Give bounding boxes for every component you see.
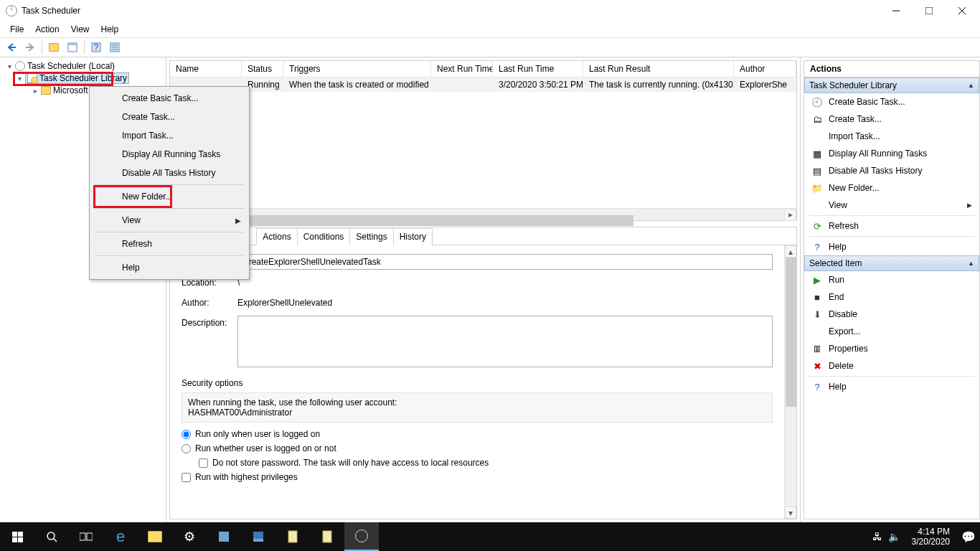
- menu-view[interactable]: View: [65, 23, 95, 36]
- taskbar-app-2[interactable]: [241, 522, 275, 551]
- ap-help-2[interactable]: ?Help: [804, 378, 979, 395]
- cm-disable-history[interactable]: Disable All Tasks History: [115, 164, 247, 182]
- tab-settings[interactable]: Settings: [349, 228, 393, 245]
- col-next-run[interactable]: Next Run Time: [431, 61, 493, 77]
- cm-view[interactable]: View ▶: [115, 211, 247, 230]
- ap-end[interactable]: ■End: [804, 288, 979, 306]
- cm-help[interactable]: Help: [115, 258, 247, 277]
- taskbar-app-4[interactable]: [310, 522, 344, 551]
- tree-root[interactable]: ▾ Task Scheduler (Local): [0, 60, 166, 72]
- minimize-button[interactable]: [880, 0, 913, 22]
- ap-help[interactable]: ?Help: [804, 238, 979, 255]
- task-description-input[interactable]: [237, 316, 773, 367]
- cm-create-task[interactable]: Create Task...: [115, 108, 247, 126]
- col-triggers[interactable]: Triggers: [283, 61, 431, 77]
- cell-triggers: When the task is created or modified: [283, 77, 431, 92]
- actions-pane-title: Actions: [804, 60, 980, 77]
- taskbar-explorer[interactable]: [138, 522, 172, 551]
- radio-logged-on[interactable]: Run only when user is logged on: [182, 427, 773, 441]
- ap-run[interactable]: ▶Run: [804, 271, 979, 288]
- ap-view[interactable]: View▶: [804, 197, 979, 214]
- ap-display-running[interactable]: ▦Display All Running Tasks: [804, 145, 979, 162]
- svg-point-14: [47, 532, 55, 540]
- workspace: ▾ Task Scheduler (Local) ▾ Task Schedule…: [0, 57, 980, 522]
- check-no-password[interactable]: Do not store password. The task will onl…: [199, 456, 773, 470]
- ap-disable-history[interactable]: ▤Disable All Tasks History: [804, 162, 979, 179]
- col-name[interactable]: Name: [170, 61, 242, 77]
- radio-whether-logged[interactable]: Run whether user is logged on or not: [182, 441, 773, 456]
- toolbar-folder-button[interactable]: [45, 39, 62, 55]
- scheduler-icon: [15, 61, 25, 71]
- ap-delete[interactable]: ✖Delete: [804, 357, 979, 375]
- menu-help[interactable]: Help: [95, 23, 125, 36]
- list-header: Name Status Triggers Next Run Time Last …: [170, 61, 796, 77]
- vertical-scrollbar[interactable]: ▴ ▾: [784, 245, 796, 519]
- scroll-up-icon[interactable]: ▴: [785, 245, 796, 258]
- col-author[interactable]: Author: [734, 61, 796, 77]
- scroll-right-icon[interactable]: ▸: [784, 209, 796, 221]
- check-no-password-input[interactable]: [199, 458, 208, 468]
- folder-icon: [148, 531, 162, 542]
- ap-create-basic-task[interactable]: 🕘Create Basic Task...: [804, 93, 979, 110]
- tray-volume-icon[interactable]: 🔈: [888, 531, 900, 542]
- menu-action[interactable]: Action: [29, 23, 65, 36]
- actions-section-library[interactable]: Task Scheduler Library ▲: [804, 77, 979, 93]
- col-last-run[interactable]: Last Run Time: [493, 61, 583, 77]
- ap-export[interactable]: Export...: [804, 323, 979, 340]
- taskbar-settings[interactable]: ⚙: [172, 522, 207, 551]
- tab-history[interactable]: History: [393, 228, 433, 245]
- cm-import-task[interactable]: Import Task...: [115, 126, 247, 145]
- maximize-button[interactable]: [913, 0, 946, 22]
- collapse-icon[interactable]: ▾: [6, 62, 13, 70]
- taskbar-app-1[interactable]: [207, 522, 241, 551]
- history-icon: ▤: [811, 165, 823, 176]
- back-button[interactable]: [3, 39, 20, 55]
- ap-create-task[interactable]: 🗂Create Task...: [804, 110, 979, 128]
- ap-properties[interactable]: 🗏Properties: [804, 340, 979, 357]
- ap-import-task[interactable]: Import Task...: [804, 128, 979, 145]
- cm-create-basic-task[interactable]: Create Basic Task...: [115, 89, 247, 108]
- ap-new-folder[interactable]: 📁New Folder...: [804, 179, 979, 197]
- ap-refresh[interactable]: ⟳Refresh: [804, 217, 979, 235]
- toolbar-panel-button[interactable]: [64, 39, 81, 55]
- collapse-icon[interactable]: ▾: [16, 75, 23, 83]
- tab-conditions[interactable]: Conditions: [297, 228, 351, 245]
- actions-section-selected[interactable]: Selected Item ▲: [804, 255, 979, 271]
- radio-whether-logged-input[interactable]: [182, 444, 191, 453]
- check-highest-priv-input[interactable]: [182, 473, 191, 482]
- start-button[interactable]: [0, 522, 34, 551]
- task-view-button[interactable]: [69, 522, 103, 551]
- tree-library[interactable]: ▾ Task Scheduler Library: [0, 72, 166, 85]
- table-row[interactable]: Running When the task is created or modi…: [170, 77, 796, 92]
- col-last-result[interactable]: Last Run Result: [583, 61, 734, 77]
- taskbar-clock[interactable]: 4:14 PM 3/20/2020: [906, 527, 956, 547]
- cm-refresh[interactable]: Refresh: [115, 235, 247, 253]
- close-button[interactable]: [946, 0, 979, 22]
- task-name-input[interactable]: [237, 254, 773, 270]
- taskbar-app-3[interactable]: [275, 522, 310, 551]
- toolbar-help-button[interactable]: ?: [88, 39, 105, 55]
- delete-icon: ✖: [811, 360, 823, 372]
- forward-button[interactable]: [22, 39, 39, 55]
- tray-notifications-icon[interactable]: 💬: [961, 530, 976, 544]
- scroll-down-icon[interactable]: ▾: [785, 507, 796, 519]
- cm-new-folder[interactable]: New Folder...: [115, 187, 247, 206]
- scrollbar-thumb[interactable]: [786, 258, 796, 407]
- cm-display-running[interactable]: Display All Running Tasks: [115, 145, 247, 164]
- search-button[interactable]: [34, 522, 69, 551]
- tab-actions[interactable]: Actions: [256, 228, 297, 245]
- taskbar-task-scheduler[interactable]: [344, 522, 379, 551]
- tree-library-label: Task Scheduler Library: [39, 73, 127, 83]
- windows-icon: [12, 532, 23, 542]
- toolbar-properties-button[interactable]: [106, 39, 123, 55]
- menu-file[interactable]: File: [4, 23, 29, 36]
- ap-disable[interactable]: ⬇Disable: [804, 306, 979, 323]
- tray-network-icon[interactable]: 🖧: [872, 531, 882, 542]
- check-highest-priv[interactable]: Run with highest privileges: [182, 470, 773, 484]
- radio-logged-on-input[interactable]: [182, 430, 191, 439]
- expand-icon[interactable]: ▸: [32, 87, 39, 95]
- col-status[interactable]: Status: [242, 61, 283, 77]
- taskbar-ie[interactable]: e: [103, 522, 138, 551]
- scrollbar-thumb[interactable]: [182, 215, 633, 226]
- horizontal-scrollbar[interactable]: ◂ ▸: [170, 208, 796, 220]
